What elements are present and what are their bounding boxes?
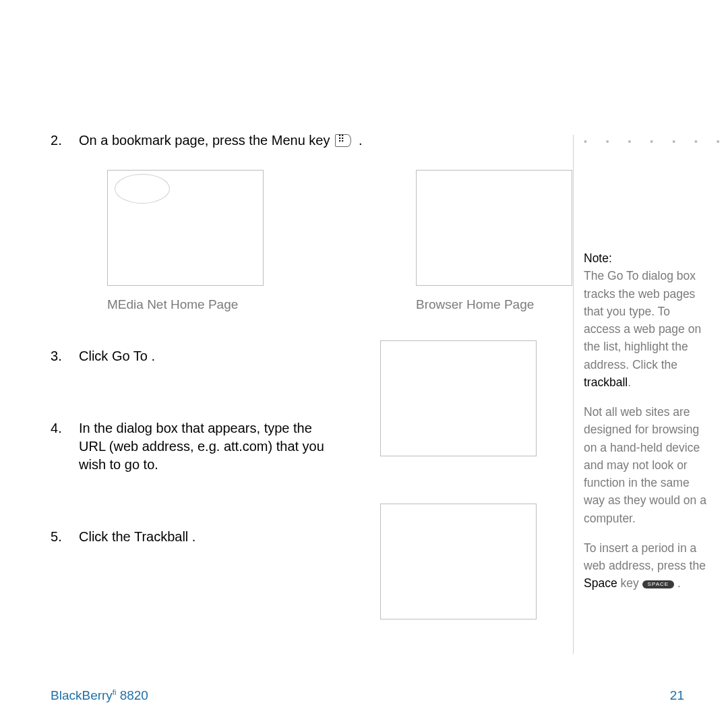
space-key-icon: SPACE [642,580,675,588]
step-goto: Go To [112,348,148,363]
step-2: On a bookmark page, press the Menu key .… [79,131,546,313]
document-page: On a bookmark page, press the Menu key .… [0,0,728,728]
note-paragraph-3: To insert a period in a web address, pre… [584,539,708,593]
note-text: key [621,576,639,590]
footer-model: 8820 [120,688,148,702]
placeholder-image [380,504,537,619]
step-text: . [151,348,155,363]
step-4: In the dialog box that appears, type the… [79,419,335,474]
page-number: 21 [670,687,684,704]
step-text: Click [79,348,108,363]
placeholder-image [380,340,537,456]
footer-brand: BlackBerry [51,688,113,702]
figure-browser-home: Browser Home Page [416,170,572,313]
note-label: Note: [584,251,612,265]
blackberry-menu-key-icon [335,134,351,147]
step-text: In the dialog box that appears, type the… [79,421,324,472]
note-text: The Go To dialog box tracks the web page… [584,269,701,371]
note-paragraph-1: Note: The Go To dialog box tracks the we… [584,249,708,391]
note-strong: Space [584,576,617,590]
figures-row: MEdia Net Home Page Browser Home Page [107,170,572,313]
note-text: . [677,576,681,590]
step-trackball: Trackball [134,529,188,544]
note-text: . [628,375,631,389]
figure-caption: Browser Home Page [416,296,572,313]
decorative-dots: • • • • • • • • • • [584,135,728,149]
stacked-placeholders [380,340,537,619]
figure-caption: MEdia Net Home Page [107,296,264,313]
menu-label: Menu [272,133,305,148]
key-word: key [309,133,330,148]
footer-reg: fi [113,688,117,696]
note-text: To insert a period in a web address, pre… [584,541,706,572]
note-paragraph-2: Not all web sites are designed for brows… [584,403,708,527]
placeholder-image [416,170,572,286]
placeholder-image [107,170,264,286]
note-text: Not all web sites are designed for brows… [584,405,706,525]
note-strong: trackball [584,375,628,389]
page-footer: BlackBerryfi 8820 21 [51,687,684,704]
step-text: On a bookmark page, press the [79,133,268,148]
step-text: . [192,529,196,544]
sidebar-notes: • • • • • • • • • • Note: The Go To dial… [573,135,708,654]
figure-media-net: MEdia Net Home Page [107,170,264,313]
step-text: Click the [79,529,131,544]
